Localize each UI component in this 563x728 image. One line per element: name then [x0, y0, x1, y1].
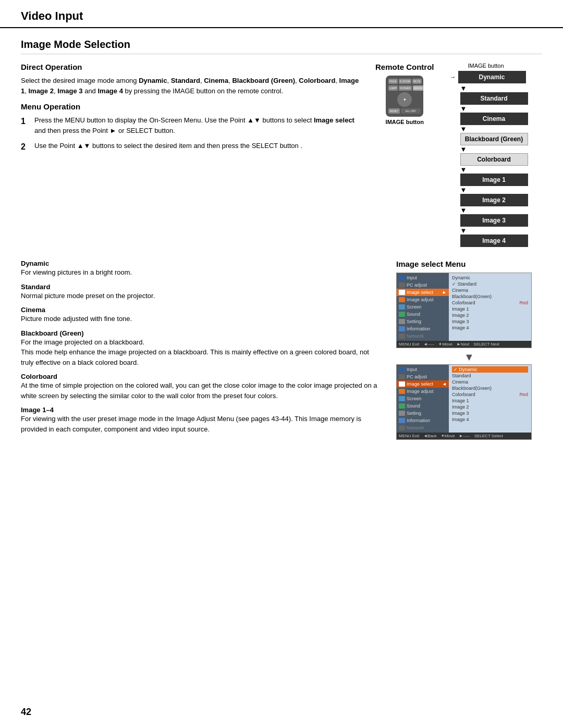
remote-diagram: Remote Control PAGE D.ZOOM MUTE LAMP SCR…	[375, 63, 434, 125]
flow-diagram: IMAGE button → Dynamic ▼ Standard ▼ Cine…	[450, 63, 528, 247]
desc-standard-text: Normal picture mode preset on the projec…	[21, 291, 381, 301]
flow-image-button-label: IMAGE button	[468, 63, 504, 69]
desc-standard-title: Standard	[21, 283, 381, 291]
imageadjust-icon-1	[399, 297, 405, 302]
sound-icon-1	[399, 312, 405, 317]
menu-screenshot-title: Image select Menu	[396, 260, 542, 268]
remote-section: Remote Control PAGE D.ZOOM MUTE LAMP SCR…	[375, 63, 542, 247]
flow-box-image3-container: Image 3	[460, 214, 528, 227]
menu-item-info-1: Information	[397, 325, 449, 332]
right-item-cinema-2: Cinema	[452, 379, 528, 385]
remote-btn-screen: SCREEN	[399, 85, 412, 91]
page-number: 42	[21, 707, 31, 718]
remote-dpad: ✦	[397, 92, 412, 107]
section-title: Image Mode Selection	[21, 39, 542, 54]
imageselect-icon-2	[399, 381, 405, 387]
remote-btn-zoom: D.ZOOM	[399, 79, 411, 84]
right-column: Remote Control PAGE D.ZOOM MUTE LAMP SCR…	[375, 63, 542, 247]
right-item-dynamic-1: Dynamic	[452, 275, 528, 281]
setting-icon-2	[399, 411, 405, 416]
remote-btn-page: PAGE	[388, 79, 398, 84]
right-item-blackboard-2: Blackboard(Green)	[452, 385, 528, 391]
desc-image14-title: Image 1–4	[21, 406, 381, 414]
flow-arrow-8: ▼	[460, 227, 467, 235]
info-icon-1	[399, 326, 405, 331]
setting-icon-1	[399, 319, 405, 324]
desc-cinema-text: Picture mode adjusted with fine tone.	[21, 314, 381, 324]
info-icon-2	[399, 418, 405, 423]
desc-standard: Standard Normal picture mode preset on t…	[21, 283, 381, 301]
menu-item-network-2: Network	[397, 424, 449, 431]
menu-item-info-2: Information	[397, 417, 449, 424]
flow-arrow-5: ▼	[460, 166, 467, 174]
remote-btn-lamp: LAMP	[388, 85, 398, 91]
flow-arrow-7: ▼	[460, 206, 467, 214]
right-item-image1-1: Image 1	[452, 306, 528, 312]
desc-blackboard: Blackboard (Green) For the image project…	[21, 329, 381, 368]
menu-item-setting-1: Setting	[397, 318, 449, 325]
remote-control-title: Remote Control	[375, 63, 434, 71]
desc-dynamic: Dynamic For viewing pictures in a bright…	[21, 260, 381, 278]
menu-left-1: Input PC adjust Image select ►	[397, 273, 449, 341]
desc-cinema-title: Cinema	[21, 306, 381, 314]
menu-item-pcadjust-2: PC adjust	[397, 373, 449, 380]
pcadjust-icon-1	[399, 282, 405, 288]
flow-box-cinema: Cinema	[460, 113, 528, 125]
flow-box-image4-container: Image 4	[460, 235, 528, 247]
menu-screen-2: Input PC adjust Image select ◄	[396, 364, 532, 440]
menu-right-1: Dynamic Standard Cinema Blackboard(Green…	[449, 273, 531, 341]
imageselect-icon-1	[399, 290, 405, 295]
remote-btn-image: IMAGE	[413, 85, 423, 91]
right-item-standard-1: Standard	[452, 281, 528, 287]
left-column: Direct Operation Select the desired imag…	[21, 63, 360, 247]
menu-item-screen-1: Screen	[397, 303, 449, 311]
right-item-image2-2: Image 2	[452, 404, 528, 410]
remote-body: PAGE D.ZOOM MUTE LAMP SCREEN IMAGE ✦	[386, 76, 423, 117]
menu-left-2: Input PC adjust Image select ◄	[397, 365, 449, 433]
imageadjust-icon-2	[399, 389, 405, 394]
desc-blackboard-title: Blackboard (Green)	[21, 329, 381, 337]
direct-operation-text: Select the desired image mode among Dyna…	[21, 76, 360, 96]
network-icon-1	[399, 334, 405, 339]
menu-item-sound-1: Sound	[397, 311, 449, 318]
right-item-colorboard-2: Colorboard Red	[452, 391, 528, 398]
flow-box-blackboard: Blackboard (Green)	[460, 133, 528, 145]
flow-arrow-4: ▼	[460, 145, 467, 153]
menu-arrow-down: ▼	[396, 351, 542, 363]
desc-dynamic-text: For viewing pictures in a bright room.	[21, 267, 381, 278]
menu-screenshots: Image select Menu Input PC adjust	[396, 260, 542, 443]
menu-item-imageadjust-2: Image adjust	[397, 388, 449, 395]
right-item-blackboard-1: Blackboard(Green)	[452, 293, 528, 300]
menu-item-sound-2: Sound	[397, 402, 449, 410]
header-title: Video Input	[21, 9, 83, 22]
remote-btn-all-off: ALL OFF	[401, 108, 421, 114]
right-item-dynamic-2: ✓ Dynamic	[452, 366, 528, 373]
menu-bar-1: MENU Exit ◄----- ✦Move ►Next SELECT Next	[397, 341, 531, 348]
flow-box-image4: Image 4	[460, 235, 528, 247]
flow-arrow-2: ▼	[460, 105, 467, 113]
right-item-image3-1: Image 3	[452, 318, 528, 325]
flow-box-image3: Image 3	[460, 214, 528, 227]
flow-box-colorboard-container: Colorboard	[460, 153, 528, 166]
right-item-colorboard-1: Colorboard Red	[452, 300, 528, 306]
remote-image-button-label: IMAGE button	[386, 119, 424, 125]
flow-box-dynamic: Dynamic	[458, 71, 526, 83]
flow-box-standard-container: Standard	[460, 92, 528, 105]
step-2: 2 Use the Point ▲▼ buttons to select the…	[21, 141, 360, 153]
pcadjust-icon-2	[399, 374, 405, 379]
desc-colorboard: Colorboard At the time of simple project…	[21, 373, 381, 401]
menu-item-input-2: Input	[397, 366, 449, 373]
right-item-image4-1: Image 4	[452, 325, 528, 331]
flow-box-cinema-container: Cinema	[460, 113, 528, 125]
menu-item-imageselect-2: Image select ◄	[397, 380, 449, 388]
menu-item-imageadjust-1: Image adjust	[397, 296, 449, 303]
flow-box-image1: Image 1	[460, 174, 528, 186]
flow-arrow-1: ▼	[460, 84, 467, 92]
desc-colorboard-title: Colorboard	[21, 373, 381, 380]
menu-screen-1: Input PC adjust Image select ►	[396, 273, 532, 348]
flow-box-image1-container: Image 1	[460, 174, 528, 186]
screen-icon-1	[399, 304, 405, 310]
right-item-standard-2: Standard	[452, 373, 528, 379]
input-icon-1	[399, 275, 405, 280]
flow-box-standard: Standard	[460, 92, 528, 105]
